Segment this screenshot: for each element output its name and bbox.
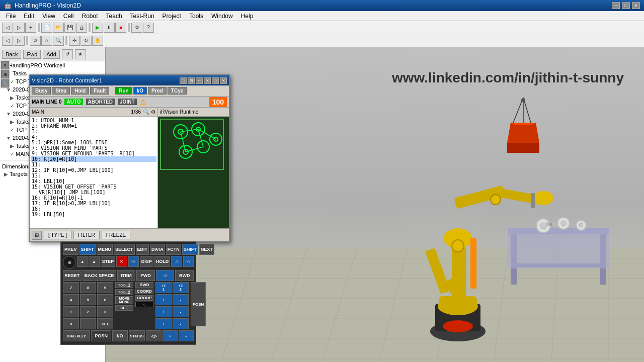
- side-icon-3[interactable]: 🔧: [1, 79, 9, 87]
- x-btn[interactable]: ✕: [116, 256, 127, 267]
- status-run-btn[interactable]: Run: [115, 87, 132, 95]
- tb-add[interactable]: +: [25, 23, 36, 33]
- fwd-btn[interactable]: FWD: [136, 270, 155, 281]
- num3-btn[interactable]: 3: [97, 306, 113, 317]
- status-prod-btn[interactable]: Prod: [148, 87, 167, 95]
- menu-help[interactable]: Help: [237, 12, 258, 21]
- close-button[interactable]: ✕: [632, 2, 640, 9]
- group-btn[interactable]: GROUP: [135, 295, 153, 301]
- ax3-plus-btn[interactable]: +: [155, 318, 172, 329]
- set-btn[interactable]: SET: [97, 318, 113, 329]
- posn-right-btn[interactable]: POSN: [191, 282, 206, 326]
- tb-new[interactable]: 📄: [41, 23, 52, 33]
- select-btn[interactable]: SELECT: [114, 244, 135, 255]
- minimize-button[interactable]: —: [612, 2, 620, 9]
- tb2-back[interactable]: ◁: [2, 36, 13, 46]
- shift-left-btn[interactable]: SHIFT: [79, 244, 96, 255]
- type-btn[interactable]: [ TYPE ]: [44, 231, 71, 239]
- num6-btn[interactable]: 6: [97, 294, 113, 305]
- ax1-plus-btn[interactable]: +: [155, 294, 172, 305]
- item-btn[interactable]: ITEM: [117, 270, 136, 281]
- coord-btn[interactable]: COORD: [135, 289, 153, 294]
- plus-y-btn[interactable]: +Y: [183, 256, 194, 267]
- io-btn[interactable]: I/O: [112, 330, 127, 341]
- tb2-move[interactable]: ✛: [69, 36, 80, 46]
- bottom-plus-btn[interactable]: +: [163, 330, 178, 341]
- status-step-btn[interactable]: Step: [52, 87, 70, 95]
- status-hold-btn[interactable]: Hold: [71, 87, 89, 95]
- status-disp-btn[interactable]: STATUS: [129, 330, 145, 341]
- tb-print[interactable]: 🖨: [76, 23, 87, 33]
- reset-btn[interactable]: RESET: [63, 270, 82, 281]
- ax3-minus-btn[interactable]: -: [173, 318, 189, 329]
- menu-window[interactable]: Window: [207, 12, 237, 21]
- dot-btn[interactable]: .: [80, 318, 96, 329]
- ax1-minus-btn[interactable]: -: [173, 294, 189, 305]
- nav-star-icon[interactable]: ★: [75, 49, 86, 59]
- minus-y-btn[interactable]: -Y: [171, 256, 182, 267]
- tree-root[interactable]: ▼ HandlingPRO Workcell: [0, 61, 105, 69]
- num7-btn[interactable]: 7: [63, 282, 79, 293]
- controller-maximize[interactable]: □: [212, 77, 219, 84]
- status-io-btn[interactable]: I/O: [133, 87, 147, 95]
- num1-btn[interactable]: 1: [63, 306, 79, 317]
- move-menu-btn[interactable]: MOVE MENU: [115, 296, 133, 304]
- data-btn[interactable]: DATA: [150, 244, 165, 255]
- controller-close[interactable]: ✕: [220, 77, 227, 84]
- tb-help[interactable]: ?: [143, 23, 154, 33]
- menu-view[interactable]: View: [38, 12, 59, 21]
- num4-btn[interactable]: 4: [63, 294, 79, 305]
- filter-btn[interactable]: FILTER: [73, 231, 100, 239]
- tb-run[interactable]: ▶: [92, 23, 103, 33]
- plus-z-top-btn[interactable]: +Z: [156, 270, 175, 281]
- num0-btn[interactable]: 0: [63, 318, 79, 329]
- plus-x-btn[interactable]: +X: [128, 256, 139, 267]
- status-busy-btn[interactable]: Busy: [32, 87, 51, 95]
- arrows-btn[interactable]: ◁▷: [146, 330, 161, 341]
- bwd-btn[interactable]: BWD: [175, 270, 194, 281]
- prev-btn[interactable]: PREV: [63, 244, 78, 255]
- tb2-fwd[interactable]: ▷: [14, 36, 25, 46]
- menu-edit[interactable]: Edit: [20, 12, 38, 21]
- ax2-plus-btn[interactable]: +: [155, 306, 172, 317]
- posn-btn[interactable]: POSN: [91, 330, 111, 341]
- maximize-button[interactable]: □: [622, 2, 630, 9]
- nav-back-btn[interactable]: Back: [2, 50, 21, 59]
- step-btn[interactable]: STEP: [101, 256, 116, 267]
- menu-btn[interactable]: MENU: [97, 244, 113, 255]
- menu-cell[interactable]: Cell: [59, 12, 78, 21]
- window-controls[interactable]: — □ ✕: [612, 2, 640, 9]
- code-content[interactable]: 1: UTOOL_NUM=1 2: UFRAME_NUM=1 3: 4: 5:J…: [30, 117, 157, 228]
- num2-btn[interactable]: 2: [80, 306, 96, 317]
- tb2-pan[interactable]: ✋: [92, 36, 103, 46]
- z2-plus-btn[interactable]: +Z2: [173, 282, 189, 293]
- nav-fwd-btn[interactable]: Fwd: [23, 50, 41, 59]
- diag-help-btn[interactable]: DIAG HELP: [63, 330, 90, 341]
- status-fault-btn[interactable]: Fault: [90, 87, 109, 95]
- nav-add-btn[interactable]: Add: [43, 50, 60, 59]
- num8-btn[interactable]: 8: [80, 282, 96, 293]
- menu-teach[interactable]: Teach: [102, 12, 126, 21]
- tb2-rotate[interactable]: ↻: [80, 36, 92, 46]
- num5-btn[interactable]: 5: [80, 294, 96, 305]
- shift-right-btn[interactable]: SHIFT: [182, 244, 198, 255]
- next-btn[interactable]: NEXT: [199, 244, 214, 255]
- z1-plus-btn[interactable]: +Z1: [155, 282, 172, 293]
- tb2-refresh[interactable]: ↺: [30, 36, 41, 46]
- menu-tools[interactable]: Tools: [185, 12, 207, 21]
- fctn-btn[interactable]: FCTN: [166, 244, 181, 255]
- freeze-btn[interactable]: FREEZE: [102, 231, 130, 239]
- set2-btn[interactable]: SET: [115, 305, 133, 311]
- tb-stop[interactable]: ■: [115, 23, 126, 33]
- tb-fwd[interactable]: ▷: [14, 23, 25, 33]
- controller-icon-1[interactable]: □: [180, 77, 187, 84]
- fwd-arrow-btn[interactable]: ▲: [89, 256, 99, 267]
- menu-testrun[interactable]: Test-Run: [126, 12, 158, 21]
- disp2-btn[interactable]: DISP: [140, 256, 153, 267]
- disp-circle-btn[interactable]: ⊙: [63, 256, 76, 269]
- nav-refresh-icon[interactable]: ↺: [62, 49, 73, 59]
- status-tcyc-btn[interactable]: TCyc: [168, 87, 187, 95]
- menu-robot[interactable]: Robot: [78, 12, 102, 21]
- code-search-icon[interactable]: 🔍: [143, 109, 149, 115]
- tool2-btn[interactable]: TOOL2: [115, 289, 133, 295]
